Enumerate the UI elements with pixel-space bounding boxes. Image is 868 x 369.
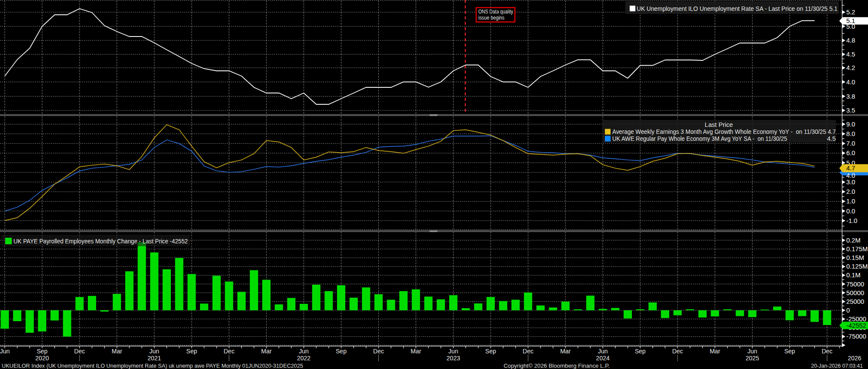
svg-text:3.0: 3.0	[846, 179, 855, 186]
svg-text:8.0: 8.0	[846, 130, 855, 137]
svg-text:Dec: Dec	[224, 348, 234, 355]
svg-text:4.7: 4.7	[846, 165, 855, 172]
svg-text:Last Price: Last Price	[705, 121, 733, 128]
svg-text:4.5: 4.5	[827, 135, 836, 142]
svg-text:-25000: -25000	[846, 316, 866, 322]
svg-text:Dec: Dec	[523, 348, 534, 355]
svg-text:0.15M: 0.15M	[846, 254, 864, 261]
svg-text:ONS Data quality: ONS Data quality	[478, 9, 513, 15]
svg-text:4.0: 4.0	[846, 79, 855, 86]
svg-text:Mar: Mar	[560, 348, 571, 355]
svg-text:Jun: Jun	[448, 348, 458, 355]
svg-text:0.1M: 0.1M	[846, 272, 861, 279]
svg-text:Dec: Dec	[672, 348, 683, 355]
svg-text:UKUEILOR Index (UK Unemploymen: UKUEILOR Index (UK Unemployment ILO Unem…	[2, 362, 303, 369]
svg-text:6.0: 6.0	[846, 150, 855, 156]
svg-text:2023: 2023	[447, 355, 460, 362]
svg-text:UK AWE Regular Pay Whole Econo: UK AWE Regular Pay Whole Economy 3M Avg …	[612, 135, 787, 142]
svg-text:2026: 2026	[848, 355, 861, 362]
svg-text:Mar: Mar	[411, 348, 421, 355]
svg-text:Dec: Dec	[74, 348, 85, 355]
svg-text:Sep: Sep	[336, 348, 347, 355]
svg-text:7.0: 7.0	[846, 140, 855, 147]
svg-text:25000: 25000	[846, 298, 864, 305]
svg-text:Jun: Jun	[748, 348, 758, 355]
svg-text:UK Unemployment ILO Unemployme: UK Unemployment ILO Unemployment Rate SA…	[637, 5, 838, 12]
svg-text:0.125M: 0.125M	[846, 263, 868, 270]
svg-text:2024: 2024	[596, 355, 610, 362]
svg-text:1.0: 1.0	[846, 198, 855, 205]
svg-text:0.2M: 0.2M	[846, 237, 861, 244]
svg-text:Average Weekly Earnings 3 Mont: Average Weekly Earnings 3 Month Avg Grow…	[612, 128, 836, 135]
svg-text:Jun: Jun	[598, 348, 608, 355]
svg-text:Dec: Dec	[373, 348, 384, 355]
svg-text:4.0: 4.0	[846, 172, 855, 179]
svg-text:5.2: 5.2	[846, 9, 855, 16]
svg-text:2.0: 2.0	[846, 188, 855, 195]
svg-text:-75000: -75000	[846, 333, 866, 340]
svg-text:Sep: Sep	[784, 348, 795, 355]
svg-text:4.5: 4.5	[846, 51, 855, 58]
svg-text:-42552: -42552	[846, 322, 866, 329]
svg-text:5.1: 5.1	[846, 17, 855, 24]
svg-text:2020: 2020	[35, 355, 49, 362]
svg-text:Sep: Sep	[635, 348, 646, 355]
svg-text:Sep: Sep	[186, 348, 197, 355]
svg-text:Dec: Dec	[821, 348, 832, 355]
svg-text:9.0: 9.0	[846, 121, 855, 128]
svg-text:0: 0	[846, 307, 850, 314]
svg-text:4.2: 4.2	[846, 64, 855, 71]
svg-text:2022: 2022	[297, 355, 310, 362]
svg-text:0.0: 0.0	[846, 208, 855, 215]
svg-text:0.175M: 0.175M	[846, 246, 868, 253]
svg-text:75000: 75000	[846, 281, 864, 288]
svg-text:issue begins: issue begins	[478, 15, 504, 21]
svg-text:50000: 50000	[846, 289, 864, 296]
svg-text:Jun: Jun	[150, 348, 160, 355]
svg-text:Mar: Mar	[710, 348, 720, 355]
svg-text:Mar: Mar	[261, 348, 272, 355]
svg-text:Copyright© 2026 Bloomberg Fina: Copyright© 2026 Bloomberg Finance L.P.	[504, 362, 610, 369]
svg-text:Mar: Mar	[112, 348, 122, 355]
svg-text:Jun: Jun	[0, 348, 10, 355]
svg-text:Sep: Sep	[37, 348, 47, 355]
svg-text:-1.0: -1.0	[846, 217, 858, 224]
svg-text:2025: 2025	[745, 355, 759, 362]
svg-text:3.5: 3.5	[846, 107, 855, 114]
svg-text:UK PAYE Payrolled Employees Mo: UK PAYE Payrolled Employees Monthly Chan…	[13, 238, 188, 245]
svg-text:3.8: 3.8	[846, 93, 855, 100]
svg-text:20-Jan-2026 07:03:41: 20-Jan-2026 07:03:41	[811, 362, 863, 369]
svg-text:Jun: Jun	[299, 348, 309, 355]
svg-text:2021: 2021	[147, 355, 161, 362]
svg-text:Sep: Sep	[485, 348, 496, 355]
svg-text:4.8: 4.8	[846, 37, 855, 44]
